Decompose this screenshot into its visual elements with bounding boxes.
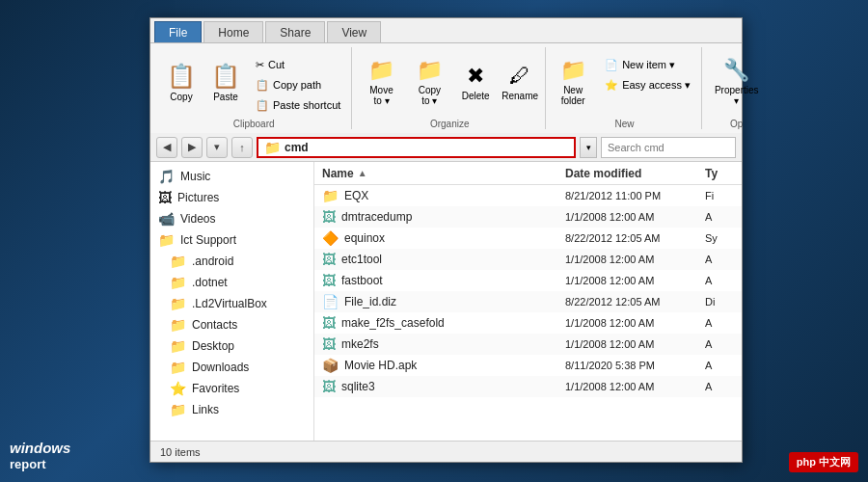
file-icon-fastboot: 🖼 [322, 273, 336, 288]
paste-shortcut-button[interactable]: 📋 Paste shortcut [249, 95, 347, 115]
organize-label: Organize [358, 115, 541, 129]
file-row[interactable]: 🖼 etc1tool 1/1/2008 12:00 AM A [314, 249, 742, 270]
copy-button[interactable]: 📋 Copy [160, 51, 203, 113]
ict-support-icon: 📁 [158, 232, 175, 248]
file-icon-mke2fs: 🖼 [322, 336, 336, 352]
tab-share[interactable]: Share [265, 21, 325, 42]
file-type: A [705, 360, 734, 371]
sidebar-item-android[interactable]: 📁 .android [150, 251, 313, 272]
file-date: 1/1/2008 12:00 AM [565, 338, 705, 350]
col-type-header[interactable]: Ty [705, 167, 734, 180]
nav-dropdown-button[interactable]: ▾ [206, 137, 228, 158]
file-date: 8/11/2020 5:38 PM [565, 360, 705, 371]
copy-path-button[interactable]: 📋 Copy path [249, 75, 347, 94]
watermark-left: windows report [10, 440, 70, 472]
sidebar-item-videos[interactable]: 📹 Videos [150, 208, 313, 229]
sidebar-item-contacts[interactable]: 📁 Contacts [150, 314, 313, 335]
file-type: Fi [705, 190, 734, 201]
file-name: Movie HD.apk [344, 359, 565, 372]
links-icon: 📁 [170, 402, 186, 417]
explorer-window: File Home Share View 📋 Copy 📋 Paste [149, 17, 743, 463]
search-input[interactable] [601, 137, 736, 158]
tab-file[interactable]: File [154, 21, 202, 42]
file-list-area: Name ▲ Date modified Ty 📁 EQX 8/21/2012 … [314, 162, 742, 441]
up-button[interactable]: ↑ [231, 137, 253, 158]
ribbon-group-open: 🔧 Properties ▾ Op [704, 47, 770, 129]
sidebar-item-ict-support[interactable]: 📁 Ict Support [150, 229, 313, 251]
ribbon-group-new: 📁 New folder 📄 New item ▾ ⭐ Easy access … [548, 47, 702, 129]
file-type: A [705, 211, 734, 223]
file-type: A [705, 317, 734, 329]
new-label: New [552, 115, 697, 129]
clipboard-label: Clipboard [160, 115, 347, 129]
delete-icon: ✖ [467, 64, 484, 89]
sidebar-item-ld2virtualbox[interactable]: 📁 .Ld2VirtualBox [150, 293, 313, 314]
pictures-icon: 🖼 [158, 190, 172, 205]
sidebar-item-pictures[interactable]: 🖼 Pictures [150, 187, 313, 208]
forward-button[interactable]: ▶ [181, 137, 203, 158]
easy-access-button[interactable]: ⭐ Easy access ▾ [598, 75, 697, 94]
file-list-header: Name ▲ Date modified Ty [314, 162, 742, 185]
favorites-icon: ⭐ [170, 381, 186, 396]
tab-home[interactable]: Home [203, 21, 263, 42]
file-icon-dmtracedump: 🖼 [322, 209, 336, 225]
dotnet-icon: 📁 [170, 275, 186, 290]
sidebar-item-downloads[interactable]: 📁 Downloads [150, 357, 313, 378]
address-bar[interactable]: 📁 cmd [257, 137, 576, 158]
open-buttons: 🔧 Properties ▾ [708, 47, 766, 115]
sidebar-item-links[interactable]: 📁 Links [150, 399, 313, 420]
ribbon-content: 📋 Copy 📋 Paste ✂ Cut [150, 43, 742, 133]
new-item-button[interactable]: 📄 New item ▾ [598, 55, 697, 74]
new-small-group: 📄 New item ▾ ⭐ Easy access ▾ [598, 51, 697, 94]
move-to-button[interactable]: 📁 Move to ▾ [358, 51, 404, 113]
file-name: File_id.diz [344, 295, 565, 308]
rename-button[interactable]: 🖊 Rename [499, 51, 541, 113]
cut-button[interactable]: ✂ Cut [249, 55, 347, 74]
file-name: make_f2fs_casefold [341, 316, 565, 330]
copy-to-button[interactable]: 📁 Copy to ▾ [407, 51, 452, 113]
status-bar: 10 items [150, 441, 742, 462]
address-dropdown-button[interactable]: ▾ [580, 137, 597, 158]
file-row[interactable]: 🖼 dmtracedump 1/1/2008 12:00 AM A [314, 206, 742, 228]
file-row[interactable]: 📁 EQX 8/21/2012 11:00 PM Fi [314, 185, 742, 206]
file-row[interactable]: 🖼 fastboot 1/1/2008 12:00 AM A [314, 270, 742, 291]
file-row[interactable]: 🖼 sqlite3 1/1/2008 12:00 AM A [314, 376, 742, 397]
new-item-icon: 📄 [605, 59, 618, 71]
file-icon-etc1tool: 🖼 [322, 252, 336, 267]
address-bar-row: ◀ ▶ ▾ ↑ 📁 cmd ▾ [150, 133, 742, 162]
file-date: 8/22/2012 12:05 AM [565, 232, 705, 244]
delete-button[interactable]: ✖ Delete [454, 51, 497, 113]
file-row[interactable]: 🖼 mke2fs 1/1/2008 12:00 AM A [314, 334, 742, 355]
sidebar-item-desktop[interactable]: 📁 Desktop [150, 335, 313, 357]
file-icon-movie-hd: 📦 [322, 358, 339, 373]
file-row[interactable]: 📦 Movie HD.apk 8/11/2020 5:38 PM A [314, 355, 742, 376]
copy-path-icon: 📋 [256, 79, 269, 92]
col-name-header[interactable]: Name ▲ [322, 167, 565, 180]
file-icon-make-f2fs: 🖼 [322, 315, 336, 331]
file-name: sqlite3 [341, 380, 565, 393]
file-name: equinox [344, 231, 565, 245]
paste-button[interactable]: 📋 Paste [204, 51, 247, 113]
downloads-icon: 📁 [170, 360, 186, 375]
file-name: mke2fs [341, 337, 565, 351]
sidebar-item-dotnet[interactable]: 📁 .dotnet [150, 272, 313, 293]
tab-view[interactable]: View [327, 21, 381, 42]
file-type: Di [705, 296, 734, 308]
file-type: A [705, 254, 734, 265]
file-row[interactable]: 📄 File_id.diz 8/22/2012 12:05 AM Di [314, 291, 742, 312]
move-to-icon: 📁 [368, 58, 394, 83]
copy-label: Copy [170, 92, 192, 102]
col-date-header[interactable]: Date modified [565, 167, 705, 180]
file-row[interactable]: 🔶 equinox 8/22/2012 12:05 AM Sy [314, 228, 742, 249]
ribbon-tab-bar: File Home Share View [150, 18, 742, 43]
new-folder-button[interactable]: 📁 New folder [552, 51, 594, 113]
file-row[interactable]: 🖼 make_f2fs_casefold 1/1/2008 12:00 AM A [314, 312, 742, 334]
back-button[interactable]: ◀ [156, 137, 177, 158]
sidebar-item-favorites[interactable]: ⭐ Favorites [150, 378, 313, 399]
properties-button[interactable]: 🔧 Properties ▾ [708, 51, 766, 113]
sidebar-item-music[interactable]: 🎵 Music [150, 166, 313, 187]
address-path: cmd [285, 141, 309, 154]
music-icon: 🎵 [158, 169, 175, 184]
file-list: 📁 EQX 8/21/2012 11:00 PM Fi 🖼 dmtracedum… [314, 185, 742, 441]
file-type: A [705, 381, 734, 392]
